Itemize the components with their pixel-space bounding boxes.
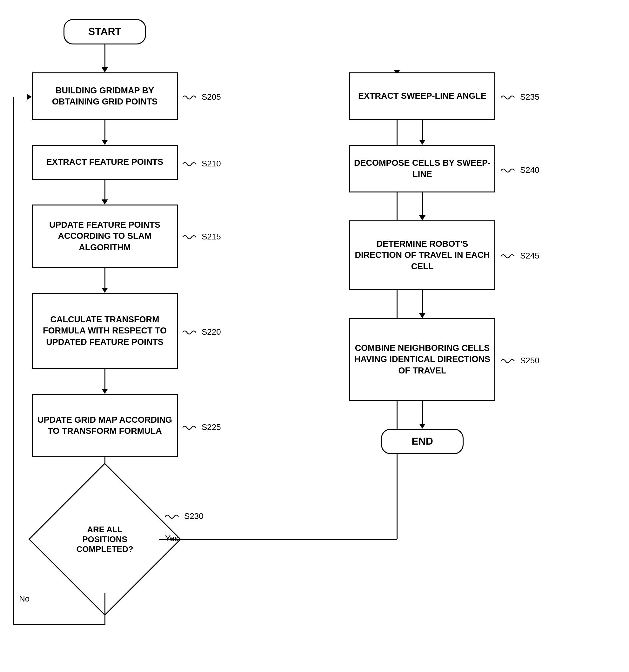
no-label: No <box>19 594 29 604</box>
arrowhead-s235-s240 <box>419 140 426 145</box>
arrowhead-s215-s220 <box>102 288 108 293</box>
arrowhead-no-right <box>27 94 32 100</box>
end-node: END <box>381 429 464 454</box>
s225-label: S225 <box>183 423 221 433</box>
s225-node: UPDATE GRID MAP ACCORDING TO TRANSFORM F… <box>32 394 178 457</box>
arrowhead-s240-s245 <box>419 215 426 220</box>
start-node: START <box>64 19 146 45</box>
arrow-no-down <box>104 593 105 625</box>
arrow-s240-s245 <box>422 192 423 218</box>
arrowhead-s210-s215 <box>102 199 108 205</box>
s220-node: CALCULATE TRANSFORM FORMULA WITH RESPECT… <box>32 293 178 369</box>
arrowhead-s245-s250 <box>419 313 426 318</box>
arrow-s235-s240 <box>422 120 423 142</box>
arrow-yes-v <box>396 72 397 539</box>
s210-node: EXTRACT FEATURE POINTS <box>32 145 178 180</box>
arrow-s220-s225 <box>104 369 105 391</box>
arrowhead-s205-s210 <box>102 140 108 145</box>
arrow-s250-end <box>422 401 423 426</box>
arrowhead-start-s205 <box>102 67 108 72</box>
arrow-s245-s250 <box>422 290 423 316</box>
yes-label: Yes <box>165 533 178 543</box>
s230-diamond: ARE ALL POSITIONS COMPLETED? <box>51 485 159 593</box>
s245-label: S245 <box>501 251 539 261</box>
s215-node: UPDATE FEATURE POINTS ACCORDING TO SLAM … <box>32 205 178 268</box>
s245-node: DETERMINE ROBOT'S DIRECTION OF TRAVEL IN… <box>349 220 495 290</box>
arrow-s210-s215 <box>104 180 105 202</box>
s230-label: S230 <box>165 511 203 522</box>
arrow-no-up <box>13 97 14 625</box>
flowchart: START BUILDING GRIDMAP BY OBTAINING GRID… <box>0 0 629 672</box>
s220-label: S220 <box>183 327 221 337</box>
s205-label: S205 <box>183 92 221 102</box>
s250-label: S250 <box>501 356 539 366</box>
arrow-yes-h <box>159 539 397 540</box>
s235-node: EXTRACT SWEEP-LINE ANGLE <box>349 72 495 120</box>
s210-label: S210 <box>183 159 221 169</box>
s215-label: S215 <box>183 232 221 242</box>
arrowhead-s250-end <box>419 424 426 429</box>
arrow-s215-s220 <box>104 268 105 290</box>
arrow-start-s205 <box>104 45 105 70</box>
s240-node: DECOMPOSE CELLS BY SWEEP-LINE <box>349 145 495 192</box>
arrow-no-left <box>13 624 105 625</box>
s250-node: COMBINE NEIGHBORING CELLS HAVING IDENTIC… <box>349 318 495 401</box>
arrowhead-s220-s225 <box>102 389 108 394</box>
s235-label: S235 <box>501 92 539 102</box>
arrow-s205-s210 <box>104 120 105 142</box>
s205-node: BUILDING GRIDMAP BY OBTAINING GRID POINT… <box>32 72 178 120</box>
s240-label: S240 <box>501 165 539 175</box>
